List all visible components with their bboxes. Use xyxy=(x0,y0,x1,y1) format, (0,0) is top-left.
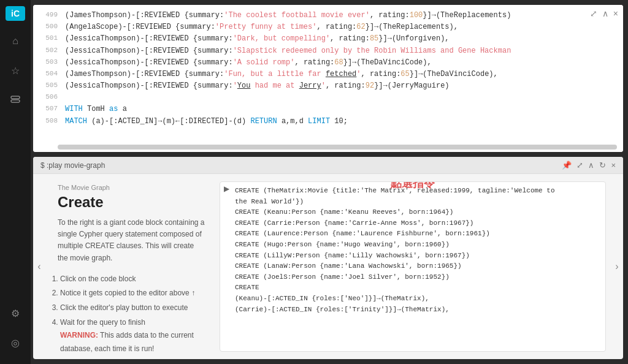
sidebar-bottom: ⚙ ◎ xyxy=(6,304,25,358)
play-icon: ▶ xyxy=(224,184,229,193)
guide-steps: Click on the code block Notice it gets c… xyxy=(58,273,205,356)
pin-button[interactable]: 📌 xyxy=(562,161,572,170)
code-line-501: 501 (JessicaThompson)-[:REVIEWED {summar… xyxy=(33,33,623,45)
guide-subtitle: The Movie Graph xyxy=(58,184,205,191)
bottom-body: ‹ The Movie Graph Create To the right is… xyxy=(33,174,623,359)
code-block-line: CREATE (TheMatrix:Movie {title:'The Matr… xyxy=(235,186,600,197)
up-panel-button[interactable]: ∧ xyxy=(588,161,594,170)
step-3: Click the editor's play button to execut… xyxy=(60,301,205,315)
code-block-panel[interactable]: 點選指令 ▶ CREATE (TheMatrix:Movie {title:'T… xyxy=(220,181,606,352)
header-actions: 📌 ⤢ ∧ ↻ × xyxy=(562,161,616,170)
prev-slide-button[interactable]: ‹ xyxy=(33,174,45,359)
code-block-line: CREATE (Laurence:Person {name:'Laurence … xyxy=(235,229,600,240)
guide-description: To the right is a giant code block conta… xyxy=(58,217,205,264)
code-line-508: 508 MATCH (a)-[:ACTED_IN]→(m)←[:DIRECTED… xyxy=(33,116,623,127)
code-block-line: CREATE (Hugo:Person {name:'Hugo Weaving'… xyxy=(235,240,600,251)
step-2: Notice it gets copied to the editor abov… xyxy=(60,287,205,300)
guide-title: Create xyxy=(58,194,205,211)
home-icon[interactable]: ⌂ xyxy=(6,32,25,50)
database-icon[interactable] xyxy=(6,91,25,109)
editor-panel: ⤢ ∧ × 499 (JamesThompson)-[:REVIEWED {su… xyxy=(33,5,623,152)
code-line-506: 506 xyxy=(33,92,623,104)
close-panel-button[interactable]: × xyxy=(611,161,616,170)
step-1: Click on the code block xyxy=(60,273,205,286)
code-line-503: 503 (JessicaThompson)-[:REVIEWED {summar… xyxy=(33,57,623,69)
warning-text: WARNING: xyxy=(60,331,98,339)
code-block-line: the Real World'}) xyxy=(235,197,600,208)
star-icon[interactable]: ☆ xyxy=(6,61,25,80)
up-button[interactable]: ∧ xyxy=(602,9,608,18)
code-line-507: 507 WITH TomH as a xyxy=(33,104,623,115)
expand-panel-button[interactable]: ⤢ xyxy=(576,161,583,170)
code-block-line: (Keanu)-[:ACTED_IN {roles:['Neo']}]→(The… xyxy=(235,294,600,305)
code-line-502: 502 (JessicaThompson)-[:REVIEWED {summar… xyxy=(33,45,623,57)
code-line-500: 500 (AngelaScope)-[:REVIEWED {summary:'P… xyxy=(33,21,623,33)
code-block-line: CREATE (Keanu:Person {name:'Keanu Reeves… xyxy=(235,207,600,218)
expand-button[interactable]: ⤢ xyxy=(590,9,597,18)
editor-toolbar: ⤢ ∧ × xyxy=(590,9,618,18)
user-icon[interactable]: ◎ xyxy=(6,333,25,352)
code-block-line: CREATE (JoelS:Person {name:'Joel Silver'… xyxy=(235,272,600,283)
refresh-button[interactable]: ↻ xyxy=(599,161,606,170)
settings-icon[interactable]: ⚙ xyxy=(6,304,25,322)
bottom-panel: $ :play movie-graph 📌 ⤢ ∧ ↻ × ‹ The Movi… xyxy=(33,157,623,359)
bottom-header: $ :play movie-graph 📌 ⤢ ∧ ↻ × xyxy=(33,157,623,174)
terminal-prompt: $ :play movie-graph xyxy=(40,161,105,170)
code-line-505: 505 (JessicaThompson)-[:REVIEWED {summar… xyxy=(33,80,623,92)
code-block-line: CREATE (LanaW:Person {name:'Lana Wachows… xyxy=(235,261,600,272)
code-block-line: CREATE xyxy=(235,282,600,294)
sidebar: iC ⌂ ☆ ⚙ ◎ xyxy=(0,0,31,364)
next-slide-button[interactable]: › xyxy=(611,174,623,359)
svg-rect-0 xyxy=(11,96,20,99)
code-editor[interactable]: 499 (JamesThompson)-[:REVIEWED {summary:… xyxy=(33,5,623,152)
brand-logo[interactable]: iC xyxy=(6,6,25,21)
code-block-line: CREATE (LillyW:Person {name:'Lilly Wacho… xyxy=(235,251,600,262)
code-block-line: (Carrie)-[:ACTED_IN {roles:['Trinity']}]… xyxy=(235,305,600,316)
code-block-content: CREATE (TheMatrix:Movie {title:'The Matr… xyxy=(220,182,605,351)
step-4: Wait for the query to finishWARNING: Thi… xyxy=(60,316,205,356)
code-line-499: 499 (JamesThompson)-[:REVIEWED {summary:… xyxy=(33,10,623,21)
main-content: ⤢ ∧ × 499 (JamesThompson)-[:REVIEWED {su… xyxy=(31,0,628,364)
horizontal-scrollbar[interactable] xyxy=(58,145,617,150)
svg-rect-1 xyxy=(11,100,20,102)
code-line-504: 504 (JamesThompson)-[:REVIEWED {summary:… xyxy=(33,69,623,80)
close-button[interactable]: × xyxy=(613,9,618,18)
code-block-line: CREATE (Carrie:Person {name:'Carrie-Anne… xyxy=(235,218,600,229)
guide-content: The Movie Graph Create To the right is a… xyxy=(45,174,217,359)
